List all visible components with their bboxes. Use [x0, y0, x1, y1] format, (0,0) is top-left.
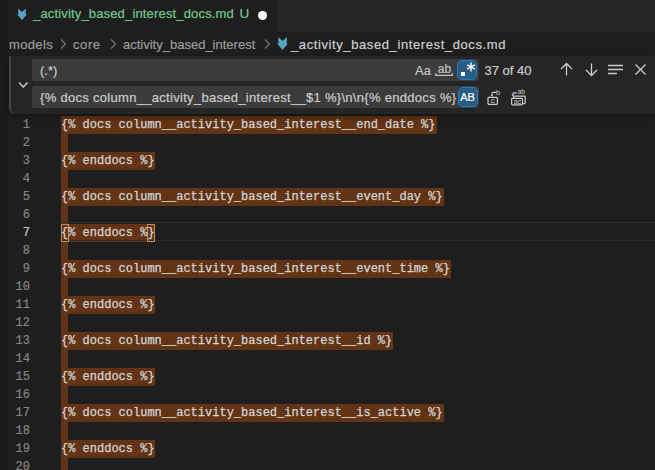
svg-text:ac: ac [514, 98, 522, 105]
svg-text:c: c [491, 96, 495, 105]
svg-text:ab: ab [518, 89, 526, 95]
svg-text:b: b [496, 89, 500, 97]
